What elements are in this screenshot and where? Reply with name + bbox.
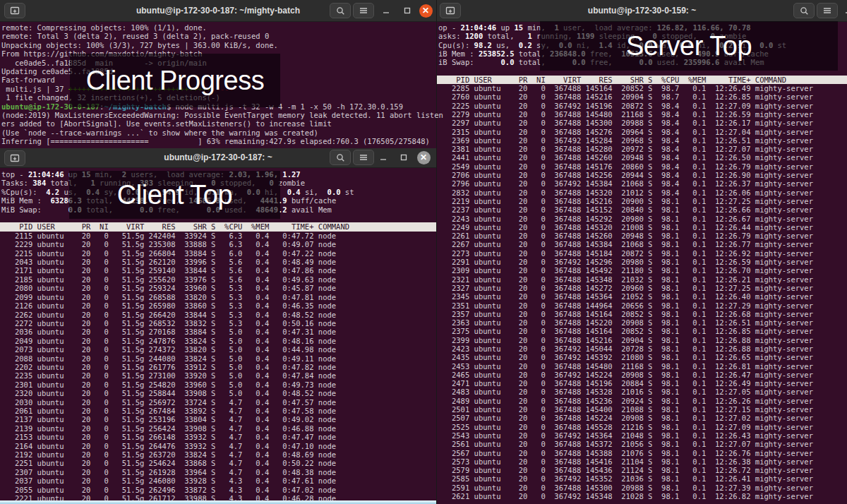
process-row: 2229 ubuntu 20 0 51.5g 235308 33888 S 6.… [0,240,436,248]
terminal-output-line: ers added to [AbortSignal]. Use events.s… [0,119,436,128]
minimize-button[interactable] [840,3,847,18]
process-row: 2579 ubuntu 20 0 367488 145436 21124 S 9… [437,466,847,474]
minimize-button[interactable] [375,150,392,165]
process-row: 2369 ubuntu 20 0 367492 145284 20968 S 9… [437,136,847,145]
process-row: 2099 ubuntu 20 0 51.5g 268588 33820 S 5.… [0,293,436,301]
process-row: 2489 ubuntu 20 0 367488 145236 20924 S 9… [437,397,847,405]
window-title: ubuntu@ip-172-30-0-159: ~ [437,0,847,21]
process-row: 2435 ubuntu 20 0 367492 145392 21080 S 9… [437,353,847,361]
process-row: 2043 ubuntu 20 0 51.5g 262120 33996 S 5.… [0,258,436,266]
process-row: 2272 ubuntu 20 0 51.5g 268532 33832 S 5.… [0,319,436,328]
process-row: 2573 ubuntu 20 0 367488 145416 21104 S 9… [437,457,847,466]
search-button[interactable] [330,3,351,18]
process-row: 2381 ubuntu 20 0 367488 145280 20972 S 9… [437,145,847,153]
search-icon [800,6,809,16]
process-row: 2585 ubuntu 20 0 367492 145352 21036 S 9… [437,474,847,483]
minimize-button[interactable] [378,3,395,18]
process-row: 2049 ubuntu 20 0 51.5g 247876 33824 S 5.… [0,337,436,345]
maximize-button[interactable] [399,3,416,18]
process-row: 2262 ubuntu 20 0 51.5g 266420 33844 S 5.… [0,311,436,319]
terminal-output-line: Unpacking objects: 100% (3/3), 727 bytes… [0,41,436,49]
process-row: 2237 ubuntu 20 0 367488 145152 20840 S 9… [437,205,847,214]
search-icon [336,6,345,16]
process-row: 2543 ubuntu 20 0 367492 145364 21048 S 9… [437,431,847,440]
process-row: 2363 ubuntu 20 0 367488 145220 20908 S 9… [437,318,847,327]
process-row: 2037 ubuntu 20 0 51.5g 246080 33928 S 4.… [0,476,436,485]
process-row: 2315 ubuntu 20 0 367488 145276 20964 S 9… [437,128,847,136]
process-row: 2261 ubuntu 20 0 367488 145260 20948 S 9… [437,232,847,240]
terminal-output-line: (node:2019) MaxListenersExceededWarning:… [0,111,436,119]
menu-button[interactable] [353,150,374,165]
process-row: 2192 ubuntu 20 0 51.5g 263720 33824 S 4.… [0,450,436,459]
process-row: 2249 ubuntu 20 0 367488 145320 21008 S 9… [437,223,847,232]
process-row: 2507 ubuntu 20 0 367488 145224 20908 S 9… [437,414,847,422]
maximize-button[interactable] [395,150,412,165]
close-icon: ✕ [417,151,431,164]
process-row: 2309 ubuntu 20 0 367488 145492 21180 S 9… [437,266,847,275]
minimize-icon [844,6,847,15]
process-row: 2251 ubuntu 20 0 51.5g 254624 33868 S 4.… [0,459,436,467]
menu-button[interactable] [353,3,374,18]
process-row: 2796 ubuntu 20 0 367492 145384 21068 S 9… [437,179,847,188]
process-row: 2832 ubuntu 20 0 367488 145320 21012 S 9… [437,188,847,197]
process-row: 2321 ubuntu 20 0 367488 145348 21032 S 9… [437,275,847,284]
terminal-output-line: (Use `node --trace-warnings ...` to show… [0,128,436,137]
process-row: 2567 ubuntu 20 0 367488 145388 21076 S 9… [437,449,847,457]
terminal-output-line: Inferring [====================== ] 63% … [0,137,436,145]
process-row: 2375 ubuntu 20 0 367488 145164 20852 S 9… [437,327,847,335]
terminal-output-line: remote: Compressing objects: 100% (1/1),… [0,23,436,32]
process-row: 2399 ubuntu 20 0 367488 145216 20904 S 9… [437,336,847,344]
client-top-titlebar[interactable]: ubuntu@ip-172-30-0-187: ~ [0,148,436,168]
process-row: 2273 ubuntu 20 0 367488 145184 20872 S 9… [437,249,847,258]
process-row: 2760 ubuntu 20 0 367488 145216 20904 S 9… [437,92,847,101]
server-top-window: ubuntu@ip-172-30-0-159: ~ op - 21:04:46 … [437,0,847,504]
process-table-header: PID USER PR NI VIRT RES SHR S %CPU %MEM … [437,76,847,84]
process-row: 2307 ubuntu 20 0 51.5g 261928 33964 S 4.… [0,468,436,476]
maximize-icon [400,153,408,162]
background-window-edge [0,500,436,504]
process-row: 2225 ubuntu 20 0 367492 145196 20872 S 9… [437,102,847,110]
process-row: 2139 ubuntu 20 0 51.5g 256424 33908 S 4.… [0,424,436,433]
process-row: 2291 ubuntu 20 0 367492 145296 20980 S 9… [437,258,847,266]
process-row: 2202 ubuntu 20 0 51.5g 261776 33912 S 5.… [0,363,436,371]
process-row: 2327 ubuntu 20 0 367488 145272 20960 S 9… [437,284,847,292]
process-row: 2483 ubuntu 20 0 367488 145328 21016 S 9… [437,388,847,396]
process-row: 2621 ubuntu 20 0 367492 145348 21028 S 9… [437,492,847,500]
process-row: 2088 ubuntu 20 0 51.5g 244080 33824 S 5.… [0,354,436,363]
process-row: 2279 ubuntu 20 0 367488 145480 21168 S 9… [437,110,847,119]
search-button[interactable] [330,150,351,165]
client-top-label: Client Top [69,171,280,219]
close-button[interactable]: ✕ [417,3,434,18]
server-top-terminal[interactable]: op - 21:04:46 up 15 min, 1 user, load av… [437,22,847,500]
client-progress-titlebar[interactable]: ubuntu@ip-172-30-0-187: ~/mighty-batch [0,0,436,22]
process-row: 2591 ubuntu 20 0 367488 145300 20988 S 9… [437,484,847,492]
process-row: 2471 ubuntu 20 0 367488 145196 20884 S 9… [437,379,847,388]
process-row: 2164 ubuntu 20 0 51.5g 264476 33932 S 4.… [0,442,436,450]
menu-button[interactable] [817,3,838,18]
process-row: 2171 ubuntu 20 0 51.5g 259140 33844 S 5.… [0,266,436,275]
close-button[interactable]: ✕ [415,150,432,165]
process-row: 2561 ubuntu 20 0 367488 145372 21056 S 9… [437,440,847,448]
process-row: 2423 ubuntu 20 0 367492 145044 20728 S 9… [437,344,847,353]
process-row: 2030 ubuntu 20 0 51.5g 256972 33724 S 4.… [0,398,436,407]
server-top-titlebar[interactable]: ubuntu@ip-172-30-0-159: ~ [437,0,847,22]
search-button[interactable] [793,3,815,18]
process-row: 2185 ubuntu 20 0 51.5g 255620 33976 S 5.… [0,275,436,284]
process-row: 2285 ubuntu 20 0 367488 145164 20852 S 9… [437,84,847,92]
close-icon: ✕ [419,4,433,18]
process-row: 2297 ubuntu 20 0 367488 145300 20988 S 9… [437,119,847,127]
process-row: 2061 ubuntu 20 0 51.5g 267484 33892 S 4.… [0,407,436,415]
terminal-output-line: remote: Total 3 (delta 2), reused 3 (del… [0,32,436,40]
process-row: 2301 ubuntu 20 0 51.5g 254820 33960 S 5.… [0,380,436,389]
client-progress-label: Client Progress [70,54,280,107]
process-row: 2153 ubuntu 20 0 51.5g 266148 33932 S 4.… [0,433,436,441]
process-row: 2267 ubuntu 20 0 367488 145384 21068 S 9… [437,240,847,248]
minimize-icon [382,6,390,15]
process-row: 2115 ubuntu 20 0 51.5g 242404 33924 S 6.… [0,232,436,240]
process-row: 2215 ubuntu 20 0 51.5g 266804 33884 S 6.… [0,249,436,258]
process-row: 2706 ubuntu 20 0 367488 145256 20944 S 9… [437,171,847,179]
process-row: 2549 ubuntu 20 0 367488 145176 20860 S 9… [437,162,847,171]
process-row: 2441 ubuntu 20 0 367488 145260 20948 S 9… [437,153,847,162]
process-row: 2525 ubuntu 20 0 367488 145528 21216 S 9… [437,423,847,431]
process-row: 2036 ubuntu 20 0 51.5g 270168 33884 S 5.… [0,328,436,336]
